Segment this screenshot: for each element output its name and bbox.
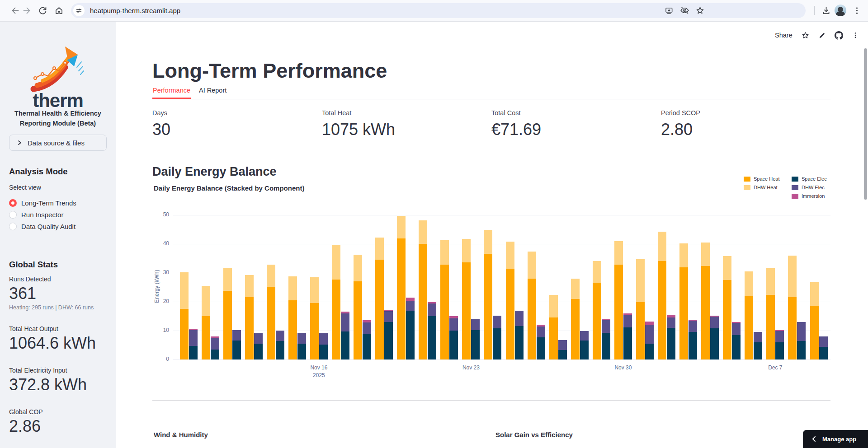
bar-space-elec (428, 316, 436, 359)
bar-space-elec (406, 311, 415, 359)
bar-dhw-heat (766, 268, 775, 295)
bar-dhw-heat (528, 252, 536, 279)
bar-dhw-heat (701, 243, 710, 266)
bar-dhw-heat (288, 276, 297, 301)
legend-item-dhw-elec[interactable]: DHW Elec (792, 185, 825, 190)
bar-space-heat (354, 281, 362, 359)
bookmark-star-icon[interactable] (695, 6, 705, 15)
bar-space-heat (484, 254, 492, 359)
page-scrollbar[interactable] (864, 48, 867, 200)
radio-option-data-quality-audit[interactable]: Data Quality Audit (9, 220, 76, 232)
radio-option-run-inspector[interactable]: Run Inspector (9, 209, 76, 220)
bar-dhw-elec (667, 317, 675, 328)
radio-circle[interactable] (9, 211, 17, 219)
bar-space-heat (723, 280, 731, 359)
metric-period-scop: Period SCOP2.80 (661, 108, 830, 140)
metric-value: 1075 kWh (322, 120, 491, 140)
downloads-icon[interactable] (821, 6, 831, 15)
install-app-icon[interactable] (665, 6, 674, 15)
legend-item-space-elec[interactable]: Space Elec (792, 176, 827, 182)
url-bar[interactable]: heatpump-therm.streamlit.app (71, 3, 806, 18)
manage-app-button[interactable]: Manage app (803, 430, 868, 448)
radio-circle[interactable] (9, 223, 17, 230)
bar-dhw-elec (819, 336, 828, 347)
bar-dhw-heat (658, 232, 666, 261)
bar-dhw-elec (689, 321, 697, 332)
legend-label: Space Heat (754, 176, 779, 182)
legend-label: DHW Elec (802, 185, 825, 190)
bar-dhw-heat (679, 243, 688, 267)
legend-swatch (792, 177, 798, 182)
bar-dhw-elec (645, 325, 654, 344)
bar-immersion (602, 319, 610, 320)
chart-legend: Space HeatDHW HeatSpace ElecDHW ElecImme… (744, 176, 832, 203)
metric-total-heat: Total Heat1075 kWh (322, 108, 491, 140)
bar-space-heat (245, 297, 254, 359)
radio-circle[interactable] (9, 199, 17, 207)
bar-space-heat (397, 238, 406, 359)
streamlit-app: therm Thermal Health & Efficiency Report… (0, 21, 868, 448)
legend-item-space-heat[interactable]: Space Heat (744, 176, 779, 182)
radio-label: Long-Term Trends (21, 199, 76, 207)
legend-item-dhw-heat[interactable]: DHW Heat (744, 185, 778, 190)
bar-dhw-heat (440, 240, 449, 265)
bar-dhw-heat (310, 277, 319, 303)
browser-chrome: heatpump-therm.streamlit.app (0, 0, 868, 22)
share-button[interactable]: Share (775, 32, 793, 39)
bar-space-heat (745, 296, 753, 359)
bar-dhw-heat (223, 268, 232, 291)
reload-icon[interactable] (38, 6, 47, 15)
bar-space-heat (593, 283, 601, 359)
bar-space-elec (580, 341, 589, 359)
bar-space-elec (232, 341, 241, 359)
gridline (173, 215, 830, 215)
bar-immersion (384, 310, 393, 311)
bar-space-elec (276, 341, 284, 359)
view-radio-group: Long-Term TrendsRun InspectorData Qualit… (9, 197, 76, 232)
solar-gain-heading: Solar Gain vs Efficiency (495, 430, 573, 439)
favorite-star-icon[interactable] (801, 31, 810, 40)
bar-space-elec (341, 331, 349, 359)
radio-option-long-term-trends[interactable]: Long-Term Trends (9, 197, 76, 209)
bar-dhw-elec (341, 313, 349, 331)
bar-space-elec (558, 350, 567, 359)
stacked-bar-chart: 01020304050Nov 162025Nov 23Nov 30Dec 7 (173, 215, 830, 359)
home-icon[interactable] (54, 6, 64, 15)
bar-dhw-elec (189, 330, 198, 346)
eye-off-icon[interactable] (680, 6, 689, 15)
bar-space-heat (202, 316, 210, 359)
x-tick-label: Nov 30 (603, 364, 643, 372)
toolbar-separator (814, 6, 815, 15)
bar-immersion (623, 313, 632, 315)
browser-menu-icon[interactable] (852, 6, 862, 15)
bar-dhw-elec (276, 331, 284, 341)
legend-item-immersion[interactable]: Immersion (792, 193, 825, 199)
select-view-label: Select view (9, 184, 41, 191)
stat-label: Total Heat Output (9, 324, 108, 333)
metrics-row: Days30Total Heat1075 kWhTotal Cost€71.69… (152, 108, 830, 140)
bar-immersion (645, 322, 654, 325)
data-source-expander[interactable]: Data source & files (9, 135, 107, 151)
bar-dhw-heat (788, 256, 797, 297)
forward-icon[interactable] (22, 6, 32, 15)
legend-swatch (792, 185, 798, 190)
bar-immersion (363, 320, 371, 322)
edit-pencil-icon[interactable] (818, 32, 826, 39)
github-icon[interactable] (835, 31, 843, 40)
bar-dhw-heat (332, 245, 340, 280)
app-menu-icon[interactable] (852, 32, 859, 39)
stat-caption: Heating: 295 runs | DHW: 66 runs (9, 303, 108, 312)
stat-runs-detected: Runs Detected361Heating: 295 runs | DHW:… (9, 275, 108, 312)
legend-label: Immersion (802, 193, 825, 199)
profile-avatar[interactable] (835, 5, 846, 16)
x-tick-label: Nov 162025 (298, 364, 339, 379)
back-icon[interactable] (10, 6, 20, 15)
url-text: heatpump-therm.streamlit.app (90, 7, 180, 14)
tab-ai-report[interactable]: AI Report (198, 86, 227, 98)
site-settings-chip[interactable] (73, 5, 85, 16)
bar-dhw-elec (319, 333, 328, 345)
legend-swatch (744, 177, 750, 182)
radio-label: Data Quality Audit (21, 223, 75, 230)
tab-performance[interactable]: Performance (152, 86, 191, 99)
stat-global-cop: Global COP2.86 (9, 407, 108, 436)
